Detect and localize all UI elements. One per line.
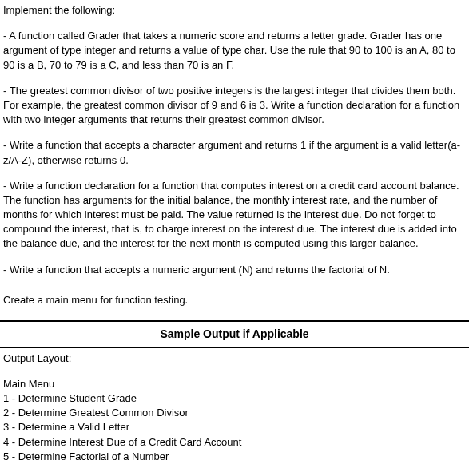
menu-item: 2 - Determine Greatest Common Divisor — [3, 406, 466, 420]
task-interest: - Write a function declaration for a fun… — [3, 179, 466, 252]
intro-line: Implement the following: — [3, 3, 466, 18]
task-factorial: - Write a function that accepts a numeri… — [3, 263, 466, 277]
sample-output-header: Sample Output if Applicable — [0, 321, 469, 348]
task-valid-letter: - Write a function that accepts a charac… — [3, 138, 466, 167]
output-layout-label: Output Layout: — [3, 351, 466, 366]
instructions-section: Implement the following: - A function ca… — [0, 0, 469, 321]
menu-item: 1 - Determine Student Grade — [3, 391, 466, 406]
task-gcd: - The greatest common divisor of two pos… — [3, 84, 466, 128]
output-section: Output Layout: Main Menu 1 - Determine S… — [0, 348, 469, 476]
main-menu-title: Main Menu — [3, 377, 466, 391]
create-menu-line: Create a main menu for function testing. — [3, 293, 466, 307]
menu-item: 5 - Determine Factorial of a Number — [3, 450, 466, 464]
task-grader: - A function called Grader that takes a … — [3, 29, 466, 73]
menu-item: 3 - Determine a Valid Letter — [3, 420, 466, 434]
menu-item: 4 - Determine Interest Due of a Credit C… — [3, 435, 466, 450]
